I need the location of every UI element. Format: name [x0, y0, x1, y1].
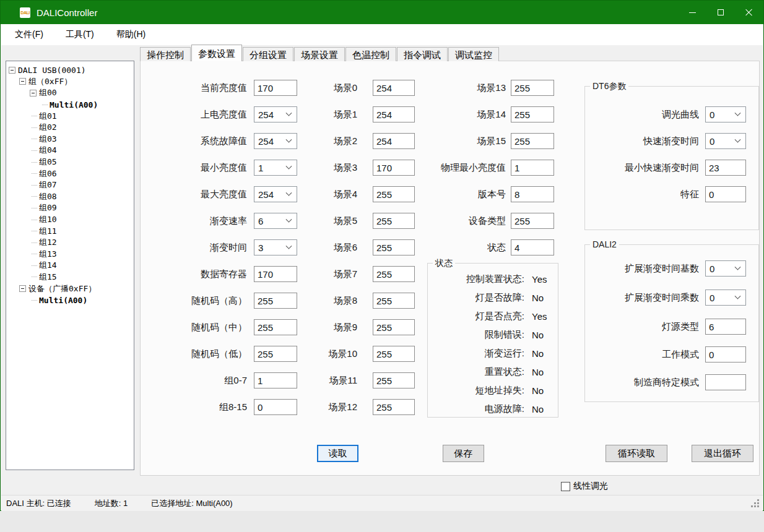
linear-dimming-checkbox[interactable]: [561, 482, 570, 491]
tree-item-group13[interactable]: 组13: [6, 249, 134, 260]
tree-connector: [32, 208, 37, 208]
minimize-button[interactable]: [678, 1, 706, 24]
field-label: 场景6: [314, 242, 357, 254]
field-label: 场景0: [314, 82, 357, 94]
tree-item-group11[interactable]: 组11: [6, 225, 134, 237]
status-value-input[interactable]: [511, 239, 554, 255]
tree-item-device-broadcast[interactable]: 设备（广播0xFF）: [6, 283, 134, 294]
combo-value: 254: [258, 189, 274, 200]
menu-tools[interactable]: 工具(T): [57, 25, 103, 45]
tab-grouping-settings[interactable]: 分组设置: [243, 47, 293, 61]
light-source-type-input[interactable]: [705, 319, 746, 335]
field-version: 版本号: [407, 186, 554, 202]
fast-fade-time-select[interactable]: 0: [705, 133, 746, 149]
menu-file[interactable]: 文件(F): [6, 25, 52, 45]
chevron-down-icon: [286, 242, 292, 249]
random-code-high-input[interactable]: [254, 293, 297, 309]
status-label: 渐变运行:: [433, 348, 524, 359]
scene-11-input[interactable]: [373, 372, 415, 388]
tab-command-debug[interactable]: 指令调试: [397, 47, 448, 61]
work-mode-input[interactable]: [705, 346, 746, 363]
max-level-select[interactable]: 254: [254, 186, 297, 202]
group-0-7-input[interactable]: [254, 372, 297, 388]
collapse-icon[interactable]: [19, 285, 26, 292]
scene-7-input[interactable]: [373, 266, 415, 282]
collapse-icon[interactable]: [30, 90, 37, 97]
field-label: 场景7: [314, 268, 357, 280]
field-label: 上电亮度值: [153, 109, 247, 121]
chevron-down-icon: [735, 264, 741, 270]
close-icon: [745, 9, 753, 16]
maximize-icon: [718, 9, 724, 15]
tab-scene-settings[interactable]: 场景设置: [294, 47, 345, 61]
feature-input[interactable]: [705, 186, 746, 202]
tab-operation-control[interactable]: 操作控制: [140, 47, 191, 61]
random-code-mid-input[interactable]: [254, 319, 297, 335]
ext-fade-time-mult-select[interactable]: 0: [705, 290, 746, 306]
tree-item-group06[interactable]: 组06: [6, 168, 134, 179]
tree-item-group00[interactable]: 组00: [6, 87, 134, 99]
current-level-input[interactable]: [254, 80, 297, 96]
data-register-input[interactable]: [254, 266, 297, 282]
tree-item-multi-a00[interactable]: Multi(A00): [6, 99, 134, 111]
field-fast-fade-time: 快速渐变时间0: [589, 133, 746, 149]
collapse-icon[interactable]: [19, 78, 26, 85]
scene-9-input[interactable]: [373, 319, 415, 335]
scene-13-input[interactable]: [511, 80, 554, 96]
menu-help[interactable]: 帮助(H): [108, 25, 154, 45]
save-button[interactable]: 保存: [443, 445, 484, 462]
field-label: 场景4: [314, 189, 357, 200]
tree-item-group14[interactable]: 组14: [6, 260, 134, 272]
tab-color-temp-control[interactable]: 色温控制: [345, 47, 396, 61]
field-label: 状态: [407, 242, 506, 254]
min-level-select[interactable]: 1: [254, 160, 297, 176]
close-button[interactable]: [735, 1, 763, 24]
scene-8-input[interactable]: [373, 293, 415, 309]
scene-15-input[interactable]: [511, 133, 554, 149]
resize-grip[interactable]: [757, 499, 759, 501]
status-label: 电源故障:: [433, 403, 524, 415]
system-failure-level-select[interactable]: 254: [254, 133, 297, 149]
fade-rate-select[interactable]: 6: [254, 213, 297, 229]
collapse-icon[interactable]: [9, 67, 15, 74]
read-button[interactable]: 读取: [317, 445, 358, 462]
tab-debug-monitor[interactable]: 调试监控: [448, 47, 499, 61]
ext-fade-time-base-select[interactable]: 0: [705, 260, 746, 277]
field-group-0-7: 组0-7: [153, 372, 297, 388]
tree-item-group03[interactable]: 组03: [6, 134, 134, 145]
tree-item-dali-usb[interactable]: DALI USB(0001): [6, 64, 134, 76]
scene-10-input[interactable]: [373, 346, 415, 362]
random-code-low-input[interactable]: [254, 346, 297, 362]
tree-item-group02[interactable]: 组02: [6, 122, 134, 134]
manufacturer-mode-input[interactable]: [705, 374, 746, 390]
scene-12-input[interactable]: [373, 399, 415, 415]
tab-parameter-settings[interactable]: 参数设置: [191, 45, 242, 61]
version-input[interactable]: [511, 186, 554, 202]
tree-item-group09[interactable]: 组09: [6, 202, 134, 214]
physical-min-level-input[interactable]: [511, 160, 554, 176]
field-group-8-15: 组8-15: [153, 399, 297, 415]
tree-item-group01[interactable]: 组01: [6, 110, 134, 122]
tree-item-group12[interactable]: 组12: [6, 237, 134, 249]
tree-item-group10[interactable]: 组10: [6, 214, 134, 226]
tree-item-group-ff[interactable]: 组（0xFF）: [6, 76, 134, 88]
tree-item-group15[interactable]: 组15: [6, 272, 134, 283]
scene-14-input[interactable]: [511, 106, 554, 122]
maximize-button[interactable]: [706, 1, 735, 24]
tree-item-group07[interactable]: 组07: [6, 179, 134, 191]
tree-item-group08[interactable]: 组08: [6, 191, 134, 203]
device-type-input[interactable]: [511, 213, 554, 229]
fade-time-select[interactable]: 3: [254, 239, 297, 255]
tree-item-group05[interactable]: 组05: [6, 157, 134, 168]
exit-loop-button[interactable]: 退出循环: [692, 445, 753, 462]
power-on-level-select[interactable]: 254: [254, 106, 297, 122]
tree-item-group04[interactable]: 组04: [6, 145, 134, 157]
group-8-15-input[interactable]: [254, 399, 297, 415]
min-fast-fade-time-input[interactable]: [705, 160, 746, 176]
loop-read-button[interactable]: 循环读取: [606, 445, 667, 462]
groupbox-title: DALI2: [590, 239, 619, 249]
tree-item-multi-a00-2[interactable]: Multi(A00): [6, 294, 134, 306]
tree-item-label: 组09: [39, 202, 57, 213]
chevron-down-icon: [286, 216, 292, 222]
dim-curve-select[interactable]: 0: [705, 106, 746, 122]
